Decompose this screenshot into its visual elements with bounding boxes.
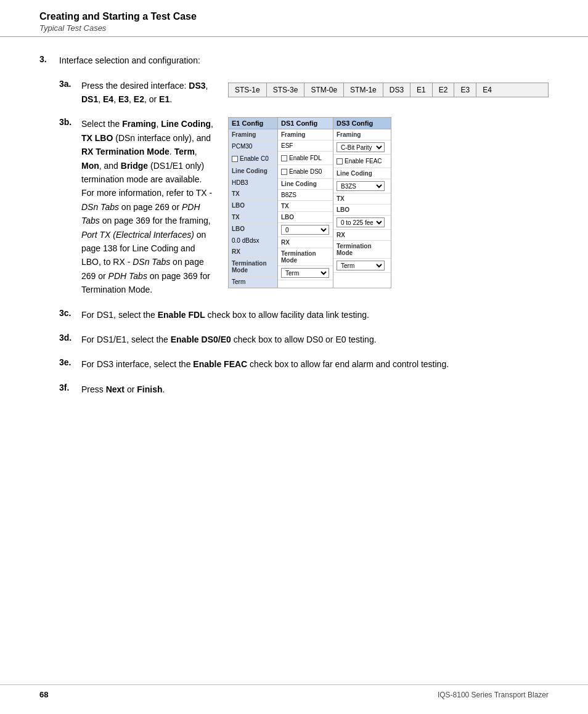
ds3-framing-select[interactable]: C-Bit Parity (333, 140, 391, 155)
e1-pcm30: PCM30 (229, 141, 277, 152)
ds1-term-mode-label: Termination Mode (278, 248, 333, 266)
e1-line-coding-label: Line Coding (229, 166, 277, 177)
step-3f-content: Press Next or Finish. (81, 383, 549, 396)
ds3-lbo-select[interactable]: 0 to 225 feet range (333, 216, 391, 230)
e1-lbo-val: 0.0 dBdsx (229, 235, 277, 246)
step-3d-content: For DS1/E1, select the Enable DS0/E0 che… (81, 333, 549, 346)
ds3-term-mode-dropdown[interactable]: Term (337, 261, 385, 270)
product-name: IQS-8100 Series Transport Blazer (438, 691, 549, 699)
tab-e1[interactable]: E1 (410, 83, 433, 97)
step-3e: 3e. For DS3 interface, select the Enable… (59, 357, 549, 371)
e1-config-header: E1 Config (229, 118, 277, 129)
tab-sts-3e[interactable]: STS-3e (267, 83, 305, 97)
step-3a-ui: STS-1e STS-3e STM-0e STM-1e DS3 E1 E2 E3… (228, 79, 549, 106)
ds3-line-coding-dropdown[interactable]: B3ZS (337, 181, 385, 191)
step-3d: 3d. For DS1/E1, select the Enable DS0/E0… (59, 333, 549, 346)
step-3-num: 3. (39, 54, 59, 64)
page-number: 68 (39, 690, 48, 699)
interface-tabs: STS-1e STS-3e STM-0e STM-1e DS3 E1 E2 E3… (228, 83, 549, 97)
ds3-line-coding-select[interactable]: B3ZS (333, 179, 391, 193)
e1-tx2: TX (229, 212, 277, 224)
tab-e2[interactable]: E2 (433, 83, 455, 97)
step-3a-content: Press the desired interface: DS3, DS1, E… (81, 79, 549, 107)
tab-e3[interactable]: E3 (454, 83, 476, 97)
step-3a-num: 3a. (59, 79, 81, 89)
step-3b-layout: Select the Framing, Line Coding, TX LBO … (81, 117, 549, 296)
ds3-line-coding-label: Line Coding (333, 168, 391, 179)
ds3-rx-label: RX (333, 230, 391, 241)
main-title: Creating and Starting a Test Case (39, 11, 549, 22)
enable-c0-checkbox[interactable] (232, 156, 238, 162)
ds1-tx-label: TX (278, 201, 333, 212)
ds3-framing-dropdown[interactable]: C-Bit Parity (337, 142, 385, 152)
ds3-lbo-dropdown[interactable]: 0 to 225 feet range (337, 217, 385, 227)
ds3-term-mode-label: Termination Mode (333, 241, 391, 259)
enable-fdl-checkbox[interactable] (281, 155, 287, 161)
e1-enable-c0: Enable C0 (229, 152, 277, 166)
step-3f-text: Press Next or Finish. (81, 384, 165, 394)
step-3b: 3b. Select the Framing, Line Coding, TX … (59, 117, 549, 296)
substeps: 3a. Press the desired interface: DS3, DS… (59, 79, 549, 396)
step-3c-text: For DS1, select the Enable FDL check box… (81, 310, 369, 320)
step-3f-num: 3f. (59, 383, 81, 392)
tab-stm-1e[interactable]: STM-1e (344, 83, 383, 97)
page-header: Creating and Starting a Test Case Typica… (0, 0, 588, 37)
content: 3. Interface selection and configuration… (0, 37, 588, 444)
step-3c: 3c. For DS1, select the Enable FDL check… (59, 308, 549, 322)
step-3e-content: For DS3 interface, select the Enable FEA… (81, 357, 549, 371)
sub-title: Typical Test Cases (39, 23, 549, 33)
ds1-lbo-label: LBO (278, 212, 333, 223)
step-3: 3. Interface selection and configuration… (39, 54, 549, 68)
ds1-term-mode-select[interactable]: Term (278, 266, 333, 280)
ds3-enable-feac: Enable FEAC (333, 155, 391, 168)
step-3a: 3a. Press the desired interface: DS3, DS… (59, 79, 549, 107)
tab-sts-1e[interactable]: STS-1e (229, 83, 267, 97)
page-container: Creating and Starting a Test Case Typica… (0, 0, 588, 714)
e1-tx-label: TX (229, 189, 277, 200)
step-3c-num: 3c. (59, 308, 81, 318)
e1-term: Term (229, 277, 277, 288)
e1-config-col: E1 Config Framing PCM30 (229, 118, 278, 288)
ds1-lbo-select[interactable]: 0 (278, 223, 333, 237)
ds1-term-mode-dropdown[interactable]: Term (281, 268, 329, 278)
e1-hdb3: HDB3 (229, 177, 277, 189)
step-3e-num: 3e. (59, 357, 81, 367)
e1-term-mode-label: Termination Mode (229, 258, 277, 277)
step-3b-content: Select the Framing, Line Coding, TX LBO … (81, 117, 549, 296)
config-panel: E1 Config Framing PCM30 (228, 117, 391, 288)
step-3c-content: For DS1, select the Enable FDL check box… (81, 308, 549, 322)
step-3d-num: 3d. (59, 333, 81, 343)
config-panel-inner: E1 Config Framing PCM30 (229, 118, 391, 288)
ds3-lbo-label: LBO (333, 205, 391, 216)
enable-ds0-checkbox[interactable] (281, 169, 287, 175)
ds1-enable-ds0: Enable DS0 (278, 165, 333, 179)
ds1-line-coding-value: B8ZS (278, 190, 333, 201)
step-3b-num: 3b. (59, 117, 81, 127)
step-3b-ui: E1 Config Framing PCM30 (228, 117, 549, 288)
e1-framing-label: Framing (229, 129, 277, 141)
enable-feac-checkbox[interactable] (337, 158, 343, 164)
ds1-line-coding-label: Line Coding (278, 179, 333, 190)
tab-e4[interactable]: E4 (476, 83, 498, 97)
step-3f: 3f. Press Next or Finish. (59, 383, 549, 396)
page-footer: 68 IQS-8100 Series Transport Blazer (0, 684, 588, 699)
step-3a-text: Press the desired interface: DS3, DS1, E… (81, 79, 217, 107)
ds1-rx-label: RX (278, 237, 333, 248)
ds1-framing-label: Framing (278, 129, 333, 140)
ds1-lbo-dropdown[interactable]: 0 (281, 225, 329, 235)
ds3-tx-label: TX (333, 193, 391, 205)
e1-lbo-label: LBO (229, 200, 277, 212)
step-3d-text: For DS1/E1, select the Enable DS0/E0 che… (81, 335, 377, 344)
ds3-config-col: DS3 Config Framing C-Bit Parity (333, 118, 391, 288)
ds1-config-col: DS1 Config Framing ESF (278, 118, 333, 288)
tab-ds3[interactable]: DS3 (383, 83, 410, 97)
ds1-config-header: DS1 Config (278, 118, 333, 129)
ds3-term-mode-select[interactable]: Term (333, 259, 391, 273)
step-3a-layout: Press the desired interface: DS3, DS1, E… (81, 79, 549, 107)
ds3-framing-label: Framing (333, 129, 391, 140)
e1-rx-label: RX (229, 246, 277, 258)
step-3b-text: Select the Framing, Line Coding, TX LBO … (81, 117, 217, 296)
ds1-enable-fdl: Enable FDL (278, 152, 333, 165)
e1-lbo2: LBO (229, 224, 277, 235)
tab-stm-0e[interactable]: STM-0e (304, 83, 344, 97)
